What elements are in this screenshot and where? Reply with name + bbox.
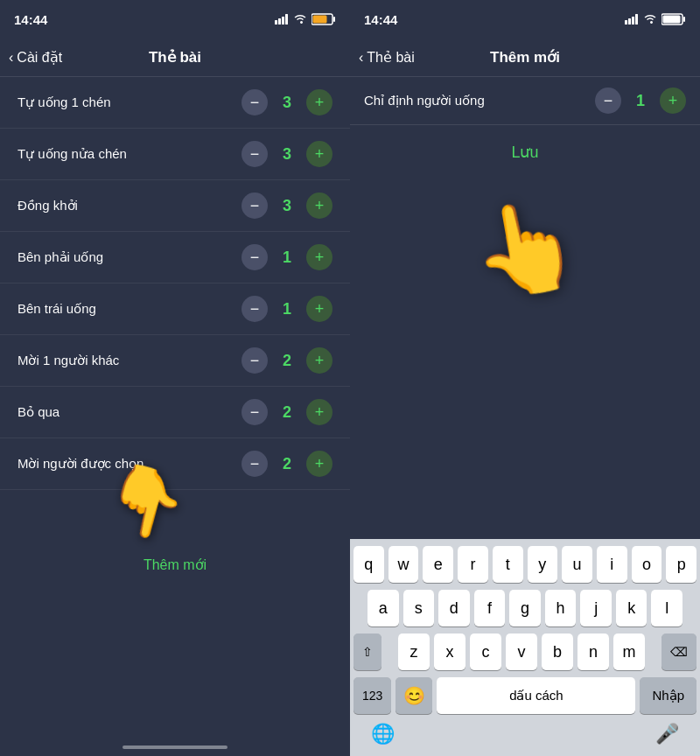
kb-p[interactable]: p — [666, 546, 696, 583]
svg-rect-5 — [333, 17, 335, 22]
back-chevron-icon: ‹ — [9, 50, 13, 66]
kb-enter-button[interactable]: Nhập — [640, 677, 696, 714]
right-minus-btn[interactable]: − — [595, 88, 621, 114]
chi-dinh-input[interactable] — [364, 94, 588, 108]
row-controls-7: − 2 + — [242, 451, 332, 477]
right-ctrl-value: 1 — [632, 92, 649, 110]
row-tu-uong-nua-chen: Tự uống nửa chén − 3 + — [0, 129, 350, 180]
ctrl-value-7: 2 — [278, 455, 296, 473]
kb-emoji-button[interactable]: 😊 — [396, 677, 432, 714]
kb-shift[interactable]: ⇧ — [354, 634, 382, 670]
row-label-6: Bỏ qua — [18, 404, 60, 420]
minus-btn-1[interactable]: − — [242, 141, 268, 167]
kb-z[interactable]: z — [398, 634, 430, 670]
left-back-label: Cài đặt — [17, 49, 62, 66]
ctrl-value-3: 1 — [278, 248, 296, 267]
ctrl-value-6: 2 — [278, 403, 296, 422]
svg-rect-0 — [275, 20, 277, 24]
row-label-2: Đồng khởi — [18, 198, 78, 214]
luu-button[interactable]: Lưu — [350, 125, 700, 179]
kb-u[interactable]: u — [562, 546, 592, 583]
row-dong-khoi: Đồng khởi − 3 + — [0, 180, 350, 232]
globe-icon[interactable]: 🌐 — [371, 723, 395, 746]
row-label-0: Tự uống 1 chén — [18, 94, 111, 110]
svg-rect-9 — [632, 17, 634, 24]
kb-j[interactable]: j — [580, 590, 612, 626]
plus-btn-3[interactable]: + — [306, 244, 332, 270]
kb-v[interactable]: v — [506, 634, 537, 670]
kb-o[interactable]: o — [632, 546, 662, 583]
minus-btn-6[interactable]: − — [242, 399, 268, 425]
kb-f[interactable]: f — [474, 590, 506, 626]
row-controls-6: − 2 + — [242, 399, 332, 425]
left-status-icons — [275, 13, 336, 25]
plus-btn-6[interactable]: + — [306, 399, 332, 425]
svg-rect-10 — [635, 14, 638, 24]
plus-btn-7[interactable]: + — [306, 451, 332, 477]
plus-btn-4[interactable]: + — [306, 296, 332, 322]
left-hand-area: 👇 — [0, 490, 350, 542]
kb-m[interactable]: m — [613, 634, 645, 670]
svg-rect-2 — [282, 17, 284, 24]
left-back-button[interactable]: ‹ Cài đặt — [9, 49, 62, 66]
kb-w[interactable]: w — [388, 546, 419, 583]
kb-r[interactable]: r — [458, 546, 488, 583]
row-ben-phai-uong: Bên phải uống − 1 + — [0, 232, 350, 284]
kb-d[interactable]: d — [438, 590, 470, 626]
right-status-bar: 14:44 — [350, 0, 700, 38]
plus-btn-0[interactable]: + — [306, 89, 332, 116]
kb-backspace[interactable]: ⌫ — [662, 634, 696, 670]
kb-space-button[interactable]: dấu cách — [437, 677, 635, 714]
kb-c[interactable]: c — [470, 634, 501, 670]
left-home-bar — [122, 746, 228, 749]
kb-row-3-inner: z x c v b n m — [386, 634, 657, 670]
svg-rect-1 — [278, 18, 281, 24]
minus-btn-4[interactable]: − — [242, 296, 268, 322]
ctrl-value-5: 2 — [278, 352, 296, 370]
right-plus-btn[interactable]: + — [660, 88, 686, 114]
kb-h[interactable]: h — [545, 590, 577, 626]
keyboard: q w e r t y u i o p a s d f g h j k l ⇧ … — [350, 539, 700, 756]
kb-i[interactable]: i — [597, 546, 627, 583]
ctrl-value-4: 1 — [278, 300, 296, 318]
battery-icon — [312, 13, 336, 25]
plus-btn-5[interactable]: + — [306, 347, 332, 374]
left-panel: 14:44 ‹ Cài đặt Thẻ bà — [0, 0, 350, 756]
kb-t[interactable]: t — [493, 546, 523, 583]
kb-l[interactable]: l — [651, 590, 682, 626]
minus-btn-7[interactable]: − — [242, 451, 268, 477]
minus-btn-5[interactable]: − — [242, 347, 268, 374]
right-hand-cursor: 👆 — [462, 188, 588, 309]
kb-e[interactable]: e — [423, 546, 453, 583]
minus-btn-0[interactable]: − — [242, 89, 268, 116]
right-hand-area: 👆 — [350, 179, 700, 539]
row-controls-3: − 1 + — [242, 244, 332, 270]
wifi-icon — [293, 14, 307, 24]
right-signal-icon — [625, 14, 639, 24]
kb-q[interactable]: q — [354, 546, 384, 583]
kb-b[interactable]: b — [542, 634, 573, 670]
right-input-row: − 1 + — [350, 77, 700, 125]
kb-s[interactable]: s — [403, 590, 435, 626]
right-back-button[interactable]: ‹ Thẻ bài — [359, 49, 415, 66]
kb-x[interactable]: x — [434, 634, 466, 670]
microphone-icon[interactable]: 🎤 — [655, 723, 679, 746]
svg-rect-13 — [663, 16, 681, 24]
svg-rect-7 — [625, 20, 627, 24]
right-battery-icon — [662, 13, 686, 25]
kb-g[interactable]: g — [509, 590, 541, 626]
minus-btn-3[interactable]: − — [242, 244, 268, 270]
kb-y[interactable]: y — [528, 546, 558, 583]
row-tu-uong-1-chen: Tự uống 1 chén − 3 + — [0, 77, 350, 129]
kb-n[interactable]: n — [578, 634, 609, 670]
plus-btn-2[interactable]: + — [306, 192, 332, 219]
kb-k[interactable]: k — [616, 590, 648, 626]
minus-btn-2[interactable]: − — [242, 192, 268, 219]
plus-btn-1[interactable]: + — [306, 141, 332, 167]
signal-icon — [275, 14, 289, 24]
kb-a[interactable]: a — [368, 590, 399, 626]
row-controls-5: − 2 + — [242, 347, 332, 374]
kb-123-button[interactable]: 123 — [354, 677, 391, 714]
row-bo-qua: Bỏ qua − 2 + — [0, 387, 350, 438]
left-nav-title: Thẻ bài — [149, 48, 201, 66]
